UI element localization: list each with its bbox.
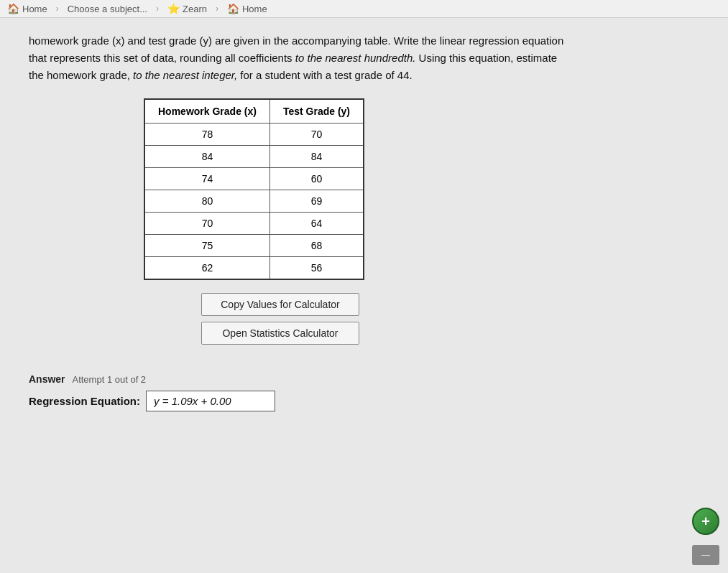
cell-y-3: 69 bbox=[269, 190, 364, 213]
table-row: 7568 bbox=[144, 235, 364, 257]
nav-choose-subject-label: Choose a subject... bbox=[68, 4, 147, 14]
attempt-label: Attempt 1 out of 2 bbox=[72, 374, 146, 385]
nav-zearn[interactable]: ⭐ Zearn bbox=[167, 3, 207, 14]
question-italic1: to the nearest hundredth. bbox=[295, 52, 416, 64]
data-table-container: Homework Grade (x) Test Grade (y) 787084… bbox=[144, 98, 699, 280]
copy-values-button[interactable]: Copy Values for Calculator bbox=[201, 293, 359, 316]
cell-y-1: 84 bbox=[269, 146, 364, 168]
cell-y-0: 70 bbox=[269, 124, 364, 146]
regression-row: Regression Equation: bbox=[29, 391, 699, 411]
cell-x-3: 80 bbox=[144, 190, 269, 213]
nav-choose-subject[interactable]: Choose a subject... bbox=[68, 4, 147, 14]
data-table: Homework Grade (x) Test Grade (y) 787084… bbox=[144, 98, 364, 280]
question-italic2: to the nearest integer, bbox=[133, 69, 237, 81]
col2-header: Test Grade (y) bbox=[269, 99, 364, 124]
cell-x-4: 70 bbox=[144, 213, 269, 235]
nav-separator-3: › bbox=[216, 4, 218, 14]
button-container: Copy Values for Calculator Open Statisti… bbox=[201, 293, 699, 345]
table-row: 7064 bbox=[144, 213, 364, 235]
table-row: 8484 bbox=[144, 146, 364, 168]
nav-home2-label: Home bbox=[242, 4, 267, 14]
answer-text: Answer bbox=[29, 373, 65, 385]
home2-icon: 🏠 bbox=[227, 3, 239, 14]
table-row: 6256 bbox=[144, 257, 364, 280]
nav-bar: 🏠 Home › Choose a subject... › ⭐ Zearn ›… bbox=[0, 0, 728, 18]
nav-zearn-label: Zearn bbox=[183, 4, 207, 14]
regression-input[interactable] bbox=[146, 391, 275, 411]
cell-y-2: 60 bbox=[269, 168, 364, 190]
cell-y-4: 64 bbox=[269, 213, 364, 235]
minimize-button[interactable] bbox=[692, 545, 719, 565]
col1-header: Homework Grade (x) bbox=[144, 99, 269, 124]
question-end: for a student with a test grade of 44. bbox=[237, 69, 412, 81]
regression-label: Regression Equation: bbox=[29, 395, 140, 407]
cell-y-5: 68 bbox=[269, 235, 364, 257]
help-icon: + bbox=[701, 513, 710, 530]
home-icon: 🏠 bbox=[7, 3, 19, 14]
open-calculator-button[interactable]: Open Statistics Calculator bbox=[201, 322, 359, 345]
table-row: 7870 bbox=[144, 124, 364, 146]
nav-separator-2: › bbox=[156, 4, 159, 14]
table-row: 8069 bbox=[144, 190, 364, 213]
cell-x-5: 75 bbox=[144, 235, 269, 257]
cell-x-1: 84 bbox=[144, 146, 269, 168]
nav-home-label: Home bbox=[22, 4, 47, 14]
answer-section: Answer Attempt 1 out of 2 Regression Equ… bbox=[29, 366, 699, 411]
help-button[interactable]: + bbox=[692, 508, 719, 535]
cell-x-6: 62 bbox=[144, 257, 269, 280]
cell-y-6: 56 bbox=[269, 257, 364, 280]
table-row: 7460 bbox=[144, 168, 364, 190]
cell-x-0: 78 bbox=[144, 124, 269, 146]
cell-x-2: 74 bbox=[144, 168, 269, 190]
nav-home[interactable]: 🏠 Home bbox=[7, 3, 47, 14]
zearn-icon: ⭐ bbox=[167, 3, 180, 14]
question-text: homework grade (x) and test grade (y) ar… bbox=[29, 32, 568, 84]
answer-label: Answer Attempt 1 out of 2 bbox=[29, 373, 699, 385]
nav-home2[interactable]: 🏠 Home bbox=[227, 3, 267, 14]
main-content: homework grade (x) and test grade (y) ar… bbox=[0, 18, 728, 573]
nav-separator-1: › bbox=[56, 4, 59, 14]
